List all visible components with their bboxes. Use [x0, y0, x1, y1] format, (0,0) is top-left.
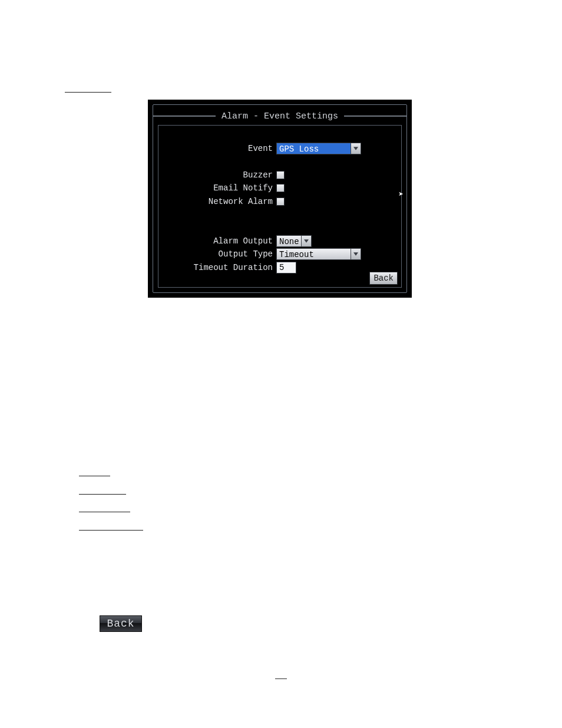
row-buzzer: Buzzer	[158, 169, 401, 182]
page-underline-1	[65, 92, 111, 93]
dropdown-arrow-icon[interactable]	[351, 143, 361, 154]
label-output-type: Output Type	[219, 249, 273, 259]
event-dropdown[interactable]: GPS Loss	[276, 143, 361, 154]
back-button-image: Back	[100, 615, 142, 632]
alarm-output-value: None	[276, 235, 301, 247]
email-notify-checkbox-wrap[interactable]	[276, 184, 285, 192]
page-underline-3	[79, 494, 126, 495]
alarm-output-dropdown[interactable]: None	[276, 235, 312, 247]
label-timeout-duration: Timeout Duration	[194, 263, 273, 272]
row-output-type: Output Type Timeout	[158, 248, 401, 261]
label-alarm-output: Alarm Output	[213, 236, 273, 246]
row-email-notify: Email Notify	[158, 182, 401, 195]
email-notify-checkbox[interactable]	[276, 184, 285, 192]
page-underline-2	[79, 476, 110, 476]
label-event: Event	[248, 144, 273, 153]
dialog-title-bar: Alarm - Event Settings	[153, 108, 406, 124]
dropdown-arrow-icon[interactable]	[301, 235, 312, 247]
label-buzzer: Buzzer	[243, 170, 273, 180]
footer-dash	[275, 678, 287, 679]
row-timeout-duration: Timeout Duration 5	[158, 261, 401, 274]
dialog-form-area: ➤ Event GPS Loss Buzzer E	[158, 125, 402, 288]
label-network-alarm: Network Alarm	[209, 197, 273, 206]
row-alarm-output: Alarm Output None	[158, 235, 401, 248]
dialog-frame: Alarm - Event Settings ➤ Event GPS Loss …	[153, 104, 407, 293]
buzzer-checkbox-wrap[interactable]	[276, 171, 285, 179]
network-alarm-checkbox-wrap[interactable]	[276, 197, 285, 206]
row-network-alarm: Network Alarm	[158, 195, 401, 208]
back-button[interactable]: Back	[369, 272, 398, 285]
buzzer-checkbox[interactable]	[276, 171, 285, 179]
dialog-title: Alarm - Event Settings	[216, 111, 344, 121]
page-underline-5	[79, 530, 143, 531]
timeout-duration-input[interactable]: 5	[276, 262, 296, 274]
event-dropdown-value: GPS Loss	[276, 143, 351, 154]
output-type-value: Timeout	[276, 248, 351, 260]
label-email-notify: Email Notify	[213, 183, 273, 193]
network-alarm-checkbox[interactable]	[276, 197, 285, 206]
output-type-dropdown[interactable]: Timeout	[276, 248, 361, 260]
alarm-event-settings-dialog: Alarm - Event Settings ➤ Event GPS Loss …	[148, 100, 412, 298]
timeout-duration-wrap[interactable]: 5	[276, 262, 296, 274]
row-event: Event GPS Loss	[158, 142, 401, 155]
dropdown-arrow-icon[interactable]	[351, 248, 361, 260]
page-underline-4	[79, 512, 130, 512]
